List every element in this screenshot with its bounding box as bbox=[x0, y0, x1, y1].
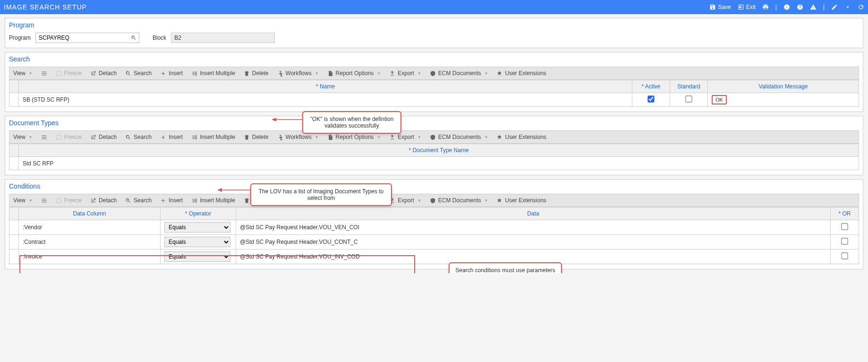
toolbar-view[interactable]: View▼ bbox=[13, 134, 33, 140]
toolbar-user-extensions[interactable]: User Extensions bbox=[496, 134, 546, 140]
table-row[interactable]: :ContractEquals@Std SC Pay Request Heade… bbox=[9, 235, 859, 250]
chevron-down-icon: ▼ bbox=[315, 71, 319, 76]
or-checkbox[interactable] bbox=[841, 238, 848, 244]
chevron-down-icon: ▼ bbox=[29, 71, 33, 76]
toolbar-workflows[interactable]: Workflows▼ bbox=[277, 70, 319, 77]
toolbar-user-extensions[interactable]: User Extensions bbox=[496, 197, 546, 204]
toolbar-ecm-documents[interactable]: ECM Documents▼ bbox=[430, 134, 488, 140]
toolbar-freeze: Freeze bbox=[56, 134, 82, 140]
toolbar-ecm-documents[interactable]: ECM Documents▼ bbox=[430, 197, 488, 204]
print-button[interactable] bbox=[762, 4, 769, 10]
search-icon[interactable] bbox=[128, 35, 139, 41]
toolbar-search[interactable]: Search bbox=[125, 134, 152, 140]
toolbar-insert-multiple[interactable]: Insert Multiple bbox=[191, 70, 235, 77]
toolbar-detach[interactable]: Detach bbox=[90, 134, 117, 140]
export-icon bbox=[389, 70, 395, 77]
toolbar-export[interactable]: Export▼ bbox=[389, 197, 421, 204]
toolbar-report-options[interactable]: Report Options▼ bbox=[327, 70, 381, 77]
divider: | bbox=[775, 4, 777, 10]
col-data[interactable]: Data bbox=[236, 207, 831, 220]
chevron-down-icon: ▼ bbox=[417, 198, 421, 203]
or-checkbox[interactable] bbox=[841, 223, 848, 230]
toolbar-freeze: Freeze bbox=[56, 70, 82, 77]
standard-checkbox[interactable] bbox=[685, 95, 692, 102]
delete-icon bbox=[244, 70, 250, 77]
col-doctype-name[interactable]: * Document Type Name bbox=[19, 144, 859, 157]
warning-icon bbox=[810, 4, 817, 10]
program-lookup[interactable] bbox=[35, 33, 139, 43]
help-icon bbox=[797, 4, 803, 10]
toolbar-insert-multiple[interactable]: Insert Multiple bbox=[191, 197, 235, 204]
toolbar-format[interactable] bbox=[41, 134, 47, 140]
chevron-down-icon: ▼ bbox=[417, 135, 421, 139]
cell-data: @Std SC Pay Request Header.VOU_VEN_COI bbox=[236, 220, 831, 235]
col-standard[interactable]: Standard bbox=[670, 80, 708, 93]
col-data-column[interactable]: Data Column bbox=[19, 207, 161, 220]
toolbar-view[interactable]: View▼ bbox=[13, 70, 33, 77]
cell-data-column: :Vendor bbox=[19, 220, 161, 235]
detach-icon bbox=[90, 134, 96, 140]
col-active[interactable]: * Active bbox=[632, 80, 670, 93]
freeze-icon bbox=[56, 134, 62, 140]
report-icon bbox=[327, 70, 333, 77]
table-row[interactable]: Std SC RFP bbox=[9, 157, 859, 170]
col-or[interactable]: * OR bbox=[831, 207, 859, 220]
table-row[interactable]: :InvoiceEquals@Std SC Pay Request Header… bbox=[9, 250, 859, 264]
or-checkbox[interactable] bbox=[841, 252, 848, 259]
edit-button[interactable] bbox=[831, 4, 838, 10]
toolbar-insert[interactable]: Insert bbox=[160, 70, 183, 77]
search-icon bbox=[125, 198, 131, 204]
toolbar-search[interactable]: Search bbox=[125, 197, 152, 204]
toolbar-format[interactable] bbox=[41, 70, 47, 77]
rowselect-header bbox=[9, 80, 19, 93]
table-row[interactable]: :VendorEquals@Std SC Pay Request Header.… bbox=[9, 220, 859, 235]
toolbar-search[interactable]: Search bbox=[125, 70, 152, 77]
toolbar-insert[interactable]: Insert bbox=[160, 197, 183, 204]
conditions-section-title: Conditions bbox=[9, 182, 859, 190]
divider: | bbox=[823, 4, 825, 10]
delete-icon bbox=[244, 134, 250, 140]
toolbar-export[interactable]: Export▼ bbox=[389, 134, 421, 140]
col-name[interactable]: * Name bbox=[19, 80, 632, 93]
info-button[interactable] bbox=[783, 4, 790, 10]
dropdown-button[interactable] bbox=[844, 4, 851, 10]
search-section-title: Search bbox=[9, 55, 859, 63]
cell-name: SB (STD SC RFP) bbox=[19, 93, 632, 107]
toolbar-delete[interactable]: Delete bbox=[244, 70, 269, 77]
toolbar-delete[interactable]: Delete bbox=[244, 134, 269, 140]
toolbar-insert-multiple[interactable]: Insert Multiple bbox=[191, 134, 235, 140]
operator-select[interactable]: Equals bbox=[164, 251, 230, 262]
workflow-icon bbox=[277, 134, 283, 140]
ecm-icon bbox=[430, 70, 436, 77]
col-operator[interactable]: * Operator bbox=[161, 207, 236, 220]
exit-button[interactable]: Exit bbox=[738, 4, 756, 10]
format-icon bbox=[41, 70, 47, 77]
program-input[interactable] bbox=[36, 33, 128, 43]
toolbar-detach[interactable]: Detach bbox=[90, 197, 117, 204]
toolbar-report-options[interactable]: Report Options▼ bbox=[327, 134, 381, 140]
operator-select[interactable]: Equals bbox=[164, 222, 230, 233]
chevron-down-icon: ▼ bbox=[485, 135, 488, 139]
refresh-button[interactable] bbox=[858, 4, 864, 10]
ext-icon bbox=[496, 198, 502, 204]
toolbar-insert[interactable]: Insert bbox=[160, 134, 183, 140]
chevron-down-icon: ▼ bbox=[417, 71, 421, 76]
operator-select[interactable]: Equals bbox=[164, 237, 230, 247]
insert-icon bbox=[160, 70, 166, 77]
toolbar-workflows[interactable]: Workflows▼ bbox=[277, 134, 319, 140]
save-button[interactable]: Save bbox=[709, 4, 731, 10]
toolbar-export[interactable]: Export▼ bbox=[389, 70, 421, 77]
toolbar-detach[interactable]: Detach bbox=[90, 70, 117, 77]
toolbar-ecm-documents[interactable]: ECM Documents▼ bbox=[430, 70, 488, 77]
toolbar-format[interactable] bbox=[41, 198, 47, 204]
warning-button[interactable] bbox=[810, 4, 817, 10]
col-validation[interactable]: Validation Message bbox=[708, 80, 859, 93]
chevron-down-icon: ▼ bbox=[29, 135, 33, 139]
detach-icon bbox=[90, 198, 96, 204]
toolbar-view[interactable]: View▼ bbox=[13, 197, 33, 204]
toolbar-user-extensions[interactable]: User Extensions bbox=[496, 70, 546, 77]
cell-data: @Std SC Pay Request Header.VOU_INV_COD bbox=[236, 250, 831, 264]
table-row[interactable]: SB (STD SC RFP) OK bbox=[9, 93, 859, 107]
help-button[interactable] bbox=[797, 4, 803, 10]
active-checkbox[interactable] bbox=[647, 95, 654, 102]
